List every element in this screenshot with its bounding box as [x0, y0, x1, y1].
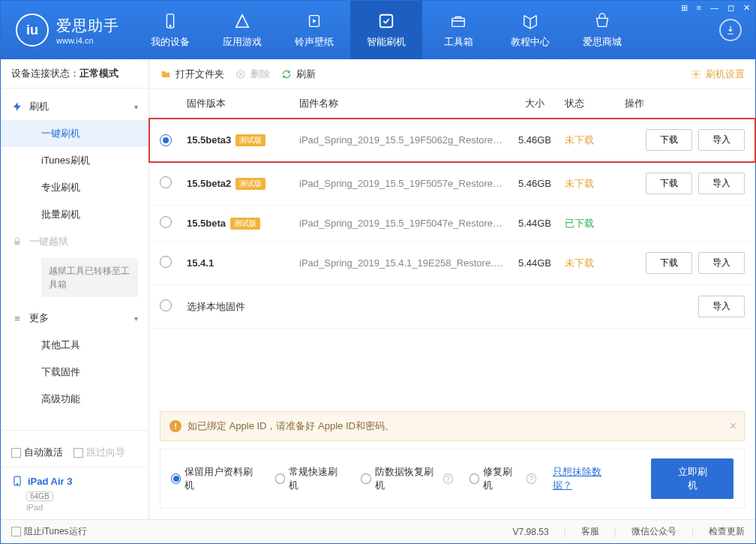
svg-rect-4: [452, 18, 465, 26]
row-radio[interactable]: [160, 176, 172, 188]
lock-icon: [11, 236, 23, 248]
connection-status: 设备连接状态：正常模式: [1, 59, 148, 89]
firmware-row[interactable]: 15.4.1 iPad_Spring_2019_15.4.1_19E258_Re…: [149, 242, 755, 285]
nav-tab[interactable]: 工具箱: [422, 1, 494, 59]
nav-tab[interactable]: 教程中心: [494, 1, 566, 59]
local-firmware-row[interactable]: 选择本地固件 导入: [149, 285, 755, 329]
sidebar: 设备连接状态：正常模式 刷机 ▾ 一键刷机iTunes刷机专业刷机批量刷机 一键…: [1, 59, 149, 519]
flash-now-button[interactable]: 立即刷机: [651, 458, 734, 499]
flash-settings-button[interactable]: 刷机设置: [690, 68, 745, 81]
delete-button[interactable]: 删除: [235, 68, 270, 81]
open-folder-button[interactable]: 打开文件夹: [160, 68, 224, 81]
row-radio[interactable]: [160, 299, 172, 311]
nav-icon: [232, 11, 252, 31]
nav-tab[interactable]: 智能刷机: [350, 1, 422, 59]
help-icon[interactable]: ?: [443, 473, 453, 484]
sidebar-item[interactable]: iTunes刷机: [1, 147, 148, 174]
sidebar-item[interactable]: 一键刷机: [1, 120, 148, 147]
sidebar-group-jailbreak[interactable]: 一键越狱: [1, 228, 148, 255]
nav-tab[interactable]: 铃声壁纸: [278, 1, 350, 59]
check-update-link[interactable]: 检查更新: [709, 525, 745, 538]
svg-point-6: [16, 484, 17, 485]
beta-tag: 测试版: [230, 218, 260, 230]
beta-tag: 测试版: [236, 178, 266, 190]
toolbar: 打开文件夹 删除 刷新 刷机设置: [149, 59, 755, 89]
nav-icon: [376, 11, 396, 31]
flash-mode-radio[interactable]: 保留用户资料刷机: [171, 465, 259, 492]
folder-icon: [160, 68, 172, 80]
device-storage: 64GB: [26, 491, 53, 501]
download-button[interactable]: 下载: [646, 252, 692, 274]
import-button[interactable]: 导入: [698, 129, 745, 151]
download-queue-icon[interactable]: [719, 19, 742, 41]
gear-icon: [690, 68, 702, 80]
header: iu 爱思助手 www.i4.cn 我的设备应用游戏铃声壁纸智能刷机工具箱教程中…: [1, 1, 755, 59]
row-radio[interactable]: [160, 134, 172, 146]
flash-icon: [11, 101, 23, 113]
svg-point-8: [694, 73, 698, 76]
firmware-row[interactable]: 15.5beta3测试版 iPad_Spring_2019_15.5_19F50…: [149, 119, 755, 162]
logo: iu 爱思助手 www.i4.cn: [1, 14, 134, 47]
flash-mode-radio[interactable]: 修复刷机: [470, 465, 520, 492]
row-radio[interactable]: [160, 216, 172, 228]
sidebar-group-more[interactable]: ≡ 更多 ▾: [1, 305, 148, 332]
skip-guide-checkbox[interactable]: 跳过向导: [74, 446, 125, 459]
import-button[interactable]: 导入: [698, 296, 745, 317]
nav-icon: [592, 11, 612, 31]
flash-mode-radio[interactable]: 防数据恢复刷机?: [361, 465, 453, 492]
nav-icon: [160, 11, 180, 31]
firmware-row[interactable]: 15.5beta2测试版 iPad_Spring_2019_15.5_19F50…: [149, 162, 755, 206]
sidebar-item[interactable]: 其他工具: [1, 332, 148, 359]
device-name[interactable]: iPad Air 3: [28, 476, 72, 487]
delete-icon: [235, 68, 247, 80]
tablet-icon: [11, 475, 23, 487]
support-link[interactable]: 客服: [581, 525, 599, 538]
sidebar-group-flash[interactable]: 刷机 ▾: [1, 93, 148, 120]
download-button[interactable]: 下载: [646, 129, 692, 151]
nav-tab[interactable]: 应用游戏: [206, 1, 278, 59]
titlebar-maximize-icon[interactable]: ◻: [724, 2, 737, 14]
svg-point-1: [170, 26, 171, 27]
firmware-row[interactable]: 15.5beta测试版 iPad_Spring_2019_15.5_19F504…: [149, 206, 755, 242]
auto-activate-checkbox[interactable]: 自动激活: [11, 446, 63, 459]
titlebar-grid-icon[interactable]: ⊞: [678, 2, 691, 14]
import-button[interactable]: 导入: [698, 173, 745, 194]
status-bar: 阻止iTunes运行 V7.98.53 | 客服 | 微信公众号 | 检查更新: [1, 519, 755, 543]
svg-rect-3: [380, 15, 393, 28]
nav-icon: [520, 11, 540, 31]
nav-icon: [304, 11, 324, 31]
sidebar-item[interactable]: 批量刷机: [1, 201, 148, 228]
flash-mode-radio[interactable]: 常规快速刷机: [275, 465, 344, 492]
nav-tab[interactable]: 爱思商城: [566, 1, 638, 59]
version-label: V7.98.53: [513, 527, 549, 537]
chevron-down-icon: ▾: [134, 103, 138, 111]
sidebar-item[interactable]: 高级功能: [1, 386, 148, 413]
sidebar-item[interactable]: 下载固件: [1, 359, 148, 386]
row-radio[interactable]: [160, 256, 172, 268]
download-button[interactable]: 下载: [646, 173, 692, 194]
refresh-button[interactable]: 刷新: [280, 68, 316, 81]
jailbreak-note: 越狱工具已转移至工具箱: [41, 258, 138, 297]
device-type: iPad: [26, 503, 138, 512]
titlebar-menu-icon[interactable]: ≡: [694, 2, 704, 14]
nav-icon: [448, 11, 468, 31]
chevron-down-icon: ▾: [134, 314, 138, 323]
titlebar-minimize-icon[interactable]: —: [707, 2, 722, 14]
nav-tab[interactable]: 我的设备: [134, 1, 206, 59]
block-itunes-checkbox[interactable]: 阻止iTunes运行: [11, 525, 87, 538]
warning-icon: !: [170, 420, 182, 432]
wechat-link[interactable]: 微信公众号: [632, 525, 676, 538]
refresh-icon: [280, 68, 292, 80]
titlebar-close-icon[interactable]: ✕: [740, 2, 753, 14]
import-button[interactable]: 导入: [698, 252, 745, 274]
help-icon[interactable]: ?: [526, 473, 537, 484]
app-url: www.i4.cn: [56, 36, 119, 45]
more-icon: ≡: [11, 312, 23, 324]
close-warning-button[interactable]: ×: [730, 419, 736, 433]
sidebar-item[interactable]: 专业刷机: [1, 174, 148, 201]
table-header: 固件版本 固件名称 大小 状态 操作: [149, 89, 755, 119]
logo-icon: iu: [16, 14, 49, 47]
warning-bar: ! 如已绑定 Apple ID，请准备好 Apple ID和密码。 ×: [160, 411, 745, 441]
erase-only-link[interactable]: 只想抹除数据？: [553, 465, 618, 492]
beta-tag: 测试版: [236, 134, 266, 146]
